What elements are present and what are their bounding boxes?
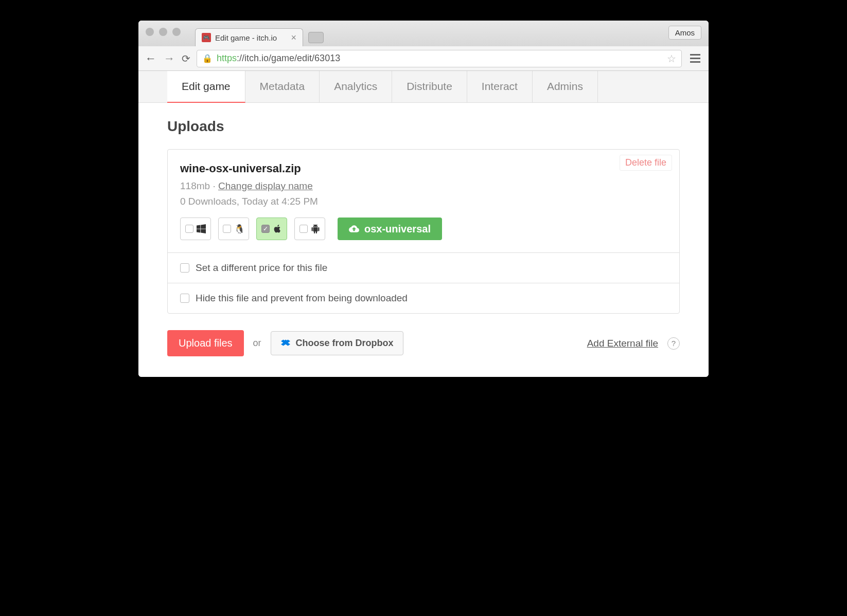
lock-icon: 🔒 [202,53,213,63]
tab-title: Edit game - itch.io [215,33,277,42]
forward-button[interactable]: → [163,52,175,65]
checkbox-icon [185,225,193,233]
upload-card: Delete file wine-osx-universal.zip 118mb… [167,149,680,314]
dropbox-label: Choose from Dropbox [296,338,394,349]
window-maximize-button[interactable] [172,28,181,36]
checkbox-icon [223,225,231,233]
favicon-icon: 🎮 [202,33,211,42]
add-external-file-link[interactable]: Add External file [587,338,658,349]
file-name: wine-osx-universal.zip [180,162,667,175]
change-display-name-link[interactable]: Change display name [218,180,313,191]
or-text: or [253,338,261,349]
checkbox-icon [299,225,308,233]
tab-analytics[interactable]: Analytics [320,71,392,102]
download-info: 0 Downloads, Today at 4:25 PM [180,196,667,207]
new-tab-button[interactable] [308,32,324,43]
platform-mac-checkbox[interactable]: ✓ [256,218,287,240]
back-button[interactable]: ← [145,52,157,65]
dropbox-button[interactable]: Choose from Dropbox [271,331,403,355]
option-label: Set a different price for this file [196,262,327,274]
bookmark-star-icon[interactable]: ☆ [667,52,676,65]
tab-distribute[interactable]: Distribute [392,71,467,102]
profile-name: Amos [675,28,695,37]
address-bar[interactable]: 🔒 https://itch.io/game/edit/63013 ☆ [197,50,682,67]
file-meta: 118mb · Change display name [180,180,667,192]
hamburger-menu-icon[interactable] [688,52,702,65]
tab-interact[interactable]: Interact [467,71,533,102]
actions-row: Upload files or Choose from Dropbox Add … [167,330,680,356]
window-minimize-button[interactable] [159,28,167,36]
window-close-button[interactable] [146,28,154,36]
tab-close-icon[interactable]: × [291,32,296,43]
platform-row: 🐧 ✓ osx-universal [180,218,667,240]
checkbox-icon: ✓ [261,225,270,233]
browser-tab-strip: 🎮 Edit game - itch.io × Amos [138,21,709,46]
file-size: 118mb [180,180,210,191]
browser-window: 🎮 Edit game - itch.io × Amos ← → ⟳ 🔒 htt… [138,21,709,377]
platform-windows-checkbox[interactable] [180,218,211,240]
option-different-price[interactable]: Set a different price for this file [168,252,679,283]
delete-file-button[interactable]: Delete file [620,155,672,171]
page-content: Edit game Metadata Analytics Distribute … [138,71,709,377]
checkbox-icon [180,294,189,303]
option-hide-file[interactable]: Hide this file and prevent from being do… [168,283,679,313]
android-icon [311,224,320,233]
tab-admins[interactable]: Admins [533,71,598,102]
platform-android-checkbox[interactable] [294,218,325,240]
tab-metadata[interactable]: Metadata [245,71,320,102]
linux-icon: 🐧 [234,224,245,234]
url-text: https://itch.io/game/edit/63013 [217,53,340,64]
upload-cloud-icon [349,224,359,234]
section-title: Uploads [167,118,680,135]
page-nav-tabs: Edit game Metadata Analytics Distribute … [138,71,709,103]
windows-icon [197,224,206,233]
reload-button[interactable]: ⟳ [182,52,190,65]
browser-tab[interactable]: 🎮 Edit game - itch.io × [195,28,303,46]
platform-linux-checkbox[interactable]: 🐧 [218,218,249,240]
channel-button[interactable]: osx-universal [338,218,442,240]
card-body: wine-osx-universal.zip 118mb · Change di… [168,150,679,252]
profile-button[interactable]: Amos [668,26,701,40]
checkbox-icon [180,263,189,273]
window-controls [146,28,181,36]
option-label: Hide this file and prevent from being do… [196,293,408,304]
help-button[interactable]: ? [667,337,680,350]
channel-label: osx-universal [364,223,431,235]
browser-toolbar: ← → ⟳ 🔒 https://itch.io/game/edit/63013 … [138,46,709,71]
tab-edit-game[interactable]: Edit game [167,71,245,103]
main-area: Uploads Delete file wine-osx-universal.z… [138,103,709,377]
upload-files-button[interactable]: Upload files [167,330,244,356]
dropbox-icon [280,339,291,348]
apple-icon [273,224,282,233]
